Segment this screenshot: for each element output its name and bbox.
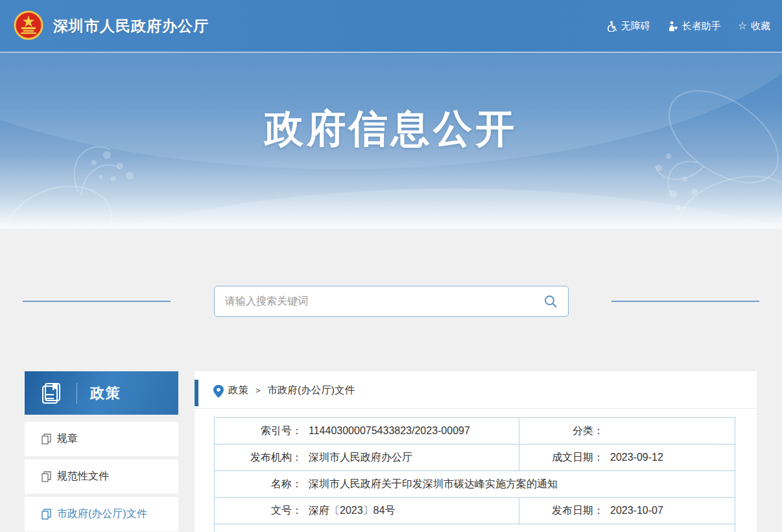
category-label: 分类： bbox=[519, 424, 604, 438]
issuing-agency-cell: 发布机构：深圳市人民政府办公厅 bbox=[215, 445, 519, 471]
breadcrumb-separator: > bbox=[255, 386, 261, 395]
document-name-cell: 名称：深圳市人民政府关于印发深圳市碳达峰实施方案的通知 bbox=[215, 471, 735, 498]
written-date-value: 2023-09-12 bbox=[610, 452, 663, 463]
banner: 政府信息公开 bbox=[0, 52, 782, 229]
sidebar-item-label: 规范性文件 bbox=[57, 470, 109, 483]
accessibility-label: 无障碍 bbox=[621, 20, 650, 32]
document-icon bbox=[41, 471, 51, 482]
sidebar-item-label: 市政府(办公厅)文件 bbox=[57, 507, 147, 521]
decorative-rule-right bbox=[611, 301, 759, 302]
issuing-agency-value: 深圳市人民政府办公厅 bbox=[309, 452, 412, 463]
favorite-link[interactable]: ☆ 收藏 bbox=[738, 20, 770, 32]
table-row: 文号：深府〔2023〕84号 发布日期：2023-10-07 bbox=[215, 498, 735, 524]
elder-assistant-label: 长者助手 bbox=[682, 20, 721, 32]
favorite-label: 收藏 bbox=[751, 20, 770, 32]
elder-assistant-icon bbox=[667, 21, 678, 32]
star-icon: ☆ bbox=[738, 21, 747, 31]
index-number-label: 索引号： bbox=[215, 424, 302, 438]
document-name-value: 深圳市人民政府关于印发深圳市碳达峰实施方案的通知 bbox=[309, 478, 558, 489]
sidebar-item-normative-documents[interactable]: 规范性文件 bbox=[25, 459, 178, 494]
index-number-cell: 索引号：114403000075433823/2023-00097 bbox=[215, 418, 519, 445]
publish-date-cell: 发布日期：2023-10-07 bbox=[519, 498, 735, 524]
document-number-value: 深府〔2023〕84号 bbox=[309, 505, 395, 516]
elder-assistant-link[interactable]: 长者助手 bbox=[667, 20, 721, 32]
sidebar-item-municipal-documents[interactable]: 市政府(办公厅)文件 bbox=[25, 497, 178, 531]
page-title: 政府信息公开 bbox=[0, 103, 782, 156]
category-cell: 分类： bbox=[519, 418, 735, 445]
search-button[interactable] bbox=[543, 294, 558, 308]
document-info-table: 索引号：114403000075433823/2023-00097 分类： 发布… bbox=[214, 417, 735, 532]
search-box bbox=[214, 286, 569, 317]
document-icon bbox=[41, 509, 51, 520]
document-number-label: 文号： bbox=[215, 504, 302, 518]
index-number-value: 114403000075433823/2023-00097 bbox=[309, 425, 470, 436]
publish-date-label: 发布日期： bbox=[519, 504, 604, 518]
search-input[interactable] bbox=[225, 295, 543, 307]
main-content-panel: 政策 > 市政府(办公厅)文件 索引号：114403000075433823/2… bbox=[195, 371, 757, 532]
table-row: 发布机构：深圳市人民政府办公厅 成文日期：2023-09-12 bbox=[215, 445, 735, 471]
publish-date-value: 2023-10-07 bbox=[610, 505, 663, 516]
document-name-label: 名称： bbox=[215, 478, 302, 491]
site-title: 深圳市人民政府办公厅 bbox=[53, 16, 209, 36]
accessibility-link[interactable]: 无障碍 bbox=[606, 20, 650, 32]
written-date-label: 成文日期： bbox=[519, 451, 604, 465]
breadcrumb-accent-bar bbox=[195, 380, 198, 406]
document-icon bbox=[41, 434, 51, 445]
document-number-cell: 文号：深府〔2023〕84号 bbox=[215, 498, 519, 524]
breadcrumb-current: 市政府(办公厅)文件 bbox=[268, 384, 355, 397]
sidebar-item-regulations[interactable]: 规章 bbox=[25, 422, 178, 456]
location-pin-icon bbox=[213, 385, 224, 398]
national-emblem-logo bbox=[13, 10, 44, 41]
top-header-bar: 深圳市人民政府办公厅 无障碍 长者助手 ☆ 收藏 bbox=[0, 0, 782, 52]
table-row: 名称：深圳市人民政府关于印发深圳市碳达峰实施方案的通知 bbox=[215, 471, 735, 498]
search-icon bbox=[543, 294, 558, 308]
book-icon bbox=[40, 382, 64, 405]
sidebar-header-divider bbox=[77, 383, 77, 404]
breadcrumb-root[interactable]: 政策 bbox=[228, 384, 248, 397]
table-row: 索引号：114403000075433823/2023-00097 分类： bbox=[215, 418, 735, 445]
wheelchair-icon bbox=[606, 21, 617, 32]
table-row-partial bbox=[215, 524, 735, 532]
breadcrumb: 政策 > 市政府(办公厅)文件 bbox=[195, 371, 757, 409]
sidebar-header: 政策 bbox=[25, 371, 178, 415]
issuing-agency-label: 发布机构： bbox=[215, 451, 302, 465]
partial-row-cell bbox=[215, 524, 735, 532]
written-date-cell: 成文日期：2023-09-12 bbox=[519, 445, 735, 471]
sidebar-item-label: 规章 bbox=[57, 432, 78, 446]
sidebar-title: 政策 bbox=[90, 384, 121, 403]
sidebar-menu: 规章 规范性文件 市政府(办公厅)文件 bbox=[25, 422, 178, 532]
top-links: 无障碍 长者助手 ☆ 收藏 bbox=[606, 20, 770, 32]
decorative-rule-left bbox=[23, 301, 171, 302]
